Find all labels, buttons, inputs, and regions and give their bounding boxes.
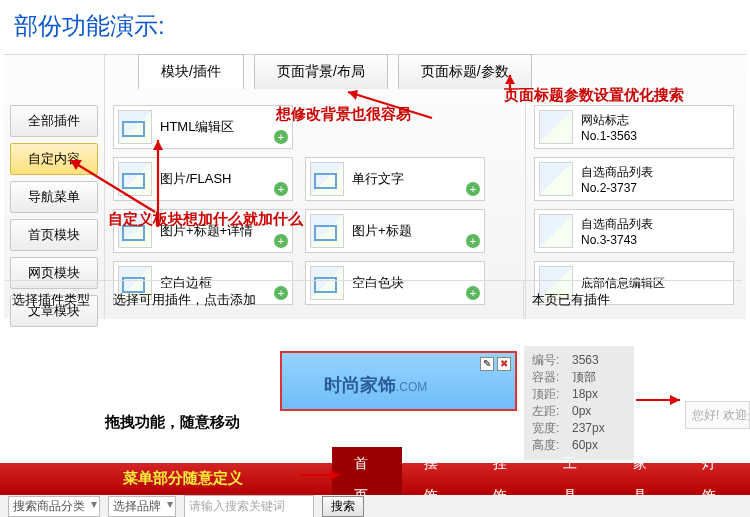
plugin-img-title[interactable]: 图片+标题+ <box>305 209 485 253</box>
info-label: 编号: <box>532 352 572 369</box>
editor-panel: 模块/插件 页面背景/布局 页面标题/参数 全部插件 自定内容 导航菜单 首页模… <box>4 54 746 319</box>
info-value: 顶部 <box>572 369 596 386</box>
draggable-widget[interactable]: ✎ ✖ 时尚家饰.COM <box>280 351 517 411</box>
image-icon <box>310 162 344 196</box>
footer-right-label: 本页已有插件 <box>524 281 742 319</box>
tab-modules[interactable]: 模块/插件 <box>138 54 244 89</box>
plugin-label: 自选商品列表 <box>581 164 653 181</box>
info-label: 容器: <box>532 369 572 386</box>
plugin-number: No.3-3743 <box>581 233 653 247</box>
info-value: 3563 <box>572 352 599 369</box>
delete-icon[interactable]: ✖ <box>497 357 511 371</box>
add-icon: + <box>274 130 288 144</box>
logo-text: 时尚家饰.COM <box>324 373 427 397</box>
plugin-label: 图片+标题 <box>352 222 412 240</box>
site-menu-bar: 首页 摆饰 挂饰 工具 家具 灯饰 <box>0 463 750 495</box>
plugin-single-text[interactable]: 单行文字+ <box>305 157 485 201</box>
add-icon: + <box>466 182 480 196</box>
search-button[interactable]: 搜索 <box>322 496 364 517</box>
welcome-box: 您好! 欢迎光临 <box>685 401 750 429</box>
image-icon <box>539 214 573 248</box>
image-icon <box>118 110 152 144</box>
image-icon <box>118 214 152 248</box>
plugin-number: No.2-3737 <box>581 181 653 195</box>
filter-bar: 搜索商品分类 选择品牌 请输入搜索关键词 搜索 <box>0 495 750 517</box>
image-icon <box>539 162 573 196</box>
drag-demo-area: ✎ ✖ 时尚家饰.COM 编号:3563 容器:顶部 顶距:18px 左距:0p… <box>0 351 750 456</box>
existing-plugin-logo[interactable]: 网站标志No.1-3563 <box>534 105 734 149</box>
tab-title-params[interactable]: 页面标题/参数 <box>398 54 532 89</box>
page-title: 部份功能演示: <box>0 0 750 54</box>
info-value: 237px <box>572 420 605 437</box>
info-value: 0px <box>572 403 591 420</box>
tab-background[interactable]: 页面背景/布局 <box>254 54 388 89</box>
plugin-label: HTML编辑区 <box>160 118 234 136</box>
image-icon <box>310 214 344 248</box>
tabs-bar: 模块/插件 页面背景/布局 页面标题/参数 <box>138 54 542 89</box>
plugin-number: No.1-3563 <box>581 129 637 143</box>
plugin-label: 单行文字 <box>352 170 404 188</box>
info-label: 宽度: <box>532 420 572 437</box>
plugin-img-title-detail[interactable]: 图片+标题+详情+ <box>113 209 293 253</box>
footer-mid-label: 选择可用插件，点击添加 <box>104 281 524 319</box>
brand-select[interactable]: 选择品牌 <box>108 496 176 517</box>
add-icon: + <box>274 234 288 248</box>
info-label: 顶距: <box>532 386 572 403</box>
existing-plugin-prodlist-2[interactable]: 自选商品列表No.3-3743 <box>534 209 734 253</box>
category-select[interactable]: 搜索商品分类 <box>8 496 100 517</box>
image-icon <box>118 162 152 196</box>
plugin-label: 网站标志 <box>581 112 637 129</box>
plugin-label: 图片+标题+详情 <box>160 222 253 240</box>
image-icon <box>539 110 573 144</box>
search-input[interactable]: 请输入搜索关键词 <box>184 495 314 518</box>
sidebar-item-nav[interactable]: 导航菜单 <box>10 181 98 213</box>
plugin-html-editor[interactable]: HTML编辑区+ <box>113 105 293 149</box>
info-label: 左距: <box>532 403 572 420</box>
info-value: 18px <box>572 386 598 403</box>
plugin-image-flash[interactable]: 图片/FLASH+ <box>113 157 293 201</box>
panel-footer: 选择插件类型 选择可用插件，点击添加 本页已有插件 <box>4 280 742 319</box>
sidebar-item-custom[interactable]: 自定内容 <box>10 143 98 175</box>
add-icon: + <box>466 234 480 248</box>
existing-plugin-prodlist-1[interactable]: 自选商品列表No.2-3737 <box>534 157 734 201</box>
sidebar-item-home[interactable]: 首页模块 <box>10 219 98 251</box>
plugin-label: 自选商品列表 <box>581 216 653 233</box>
footer-left-label: 选择插件类型 <box>4 281 104 319</box>
edit-icon[interactable]: ✎ <box>480 357 494 371</box>
widget-info-panel: 编号:3563 容器:顶部 顶距:18px 左距:0px 宽度:237px 高度… <box>524 346 634 460</box>
add-icon: + <box>274 182 288 196</box>
sidebar-item-all[interactable]: 全部插件 <box>10 105 98 137</box>
plugin-label: 图片/FLASH <box>160 170 232 188</box>
